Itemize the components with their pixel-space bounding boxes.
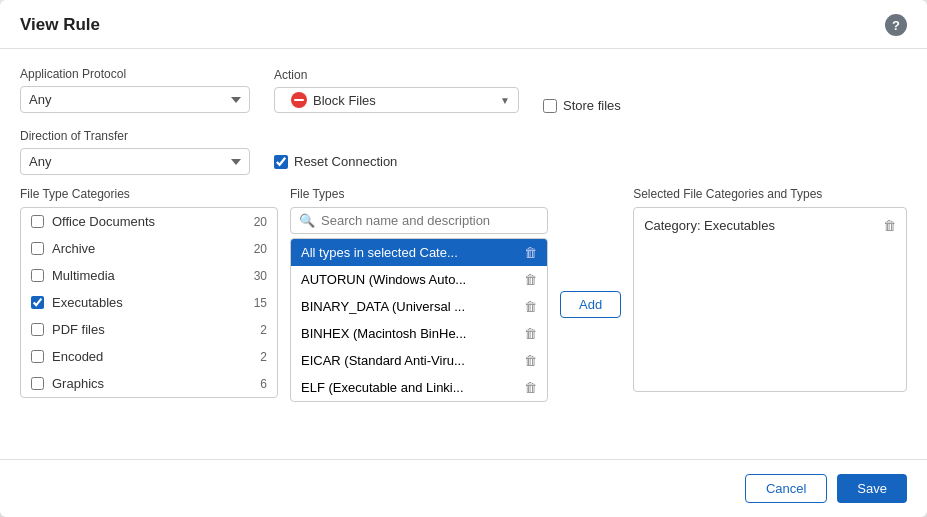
file-types-panel: File Types 🔍 All types in selected Cate.… bbox=[290, 187, 548, 402]
list-item[interactable]: PDF files 2 bbox=[21, 316, 277, 343]
category-name: Archive bbox=[52, 241, 246, 256]
modal-body: Application Protocol Any Action Block Fi… bbox=[0, 49, 927, 459]
trash-icon[interactable]: 🗑 bbox=[524, 380, 537, 395]
action-value: Block Files bbox=[313, 93, 494, 108]
category-count: 2 bbox=[260, 350, 267, 364]
category-checkbox[interactable] bbox=[31, 242, 44, 255]
list-item[interactable]: Multimedia 30 bbox=[21, 262, 277, 289]
cancel-button[interactable]: Cancel bbox=[745, 474, 827, 503]
modal-header: View Rule ? bbox=[0, 0, 927, 49]
list-item[interactable]: BINARY_DATA (Universal ... 🗑 bbox=[291, 293, 547, 320]
category-count: 6 bbox=[260, 377, 267, 391]
list-item[interactable]: EICAR (Standard Anti-Viru... 🗑 bbox=[291, 347, 547, 374]
view-rule-modal: View Rule ? Application Protocol Any Act… bbox=[0, 0, 927, 517]
filetype-name: AUTORUN (Windows Auto... bbox=[301, 272, 518, 287]
add-button-panel: Add bbox=[560, 187, 621, 402]
direction-group: Direction of Transfer Any bbox=[20, 129, 250, 175]
reset-connection-row: Reset Connection bbox=[274, 154, 397, 169]
action-label: Action bbox=[274, 68, 519, 82]
filetype-name: BINHEX (Macintosh BinHe... bbox=[301, 326, 518, 341]
reset-connection-checkbox[interactable] bbox=[274, 155, 288, 169]
block-icon bbox=[291, 92, 307, 108]
list-item[interactable]: AUTORUN (Windows Auto... 🗑 bbox=[291, 266, 547, 293]
direction-select[interactable]: Any bbox=[20, 148, 250, 175]
search-input[interactable] bbox=[321, 213, 539, 228]
filetype-name: All types in selected Cate... bbox=[301, 245, 518, 260]
search-icon: 🔍 bbox=[299, 213, 315, 228]
modal-footer: Cancel Save bbox=[0, 459, 927, 517]
panels-row: File Type Categories Office Documents 20… bbox=[20, 187, 907, 402]
category-checkbox[interactable] bbox=[31, 377, 44, 390]
list-item[interactable]: Office Documents 20 bbox=[21, 208, 277, 235]
form-row-2: Direction of Transfer Any Reset Connecti… bbox=[20, 129, 907, 175]
filetype-name: EICAR (Standard Anti-Viru... bbox=[301, 353, 518, 368]
save-button[interactable]: Save bbox=[837, 474, 907, 503]
category-checkbox[interactable] bbox=[31, 269, 44, 282]
direction-label: Direction of Transfer bbox=[20, 129, 250, 143]
category-name: Executables bbox=[52, 295, 246, 310]
category-name: Multimedia bbox=[52, 268, 246, 283]
selected-panel-label: Selected File Categories and Types bbox=[633, 187, 907, 201]
list-item[interactable]: BINHEX (Macintosh BinHe... 🗑 bbox=[291, 320, 547, 347]
category-count: 30 bbox=[254, 269, 267, 283]
category-name: Encoded bbox=[52, 349, 252, 364]
modal-title: View Rule bbox=[20, 15, 100, 35]
reset-connection-label: Reset Connection bbox=[294, 154, 397, 169]
category-name: Graphics bbox=[52, 376, 252, 391]
form-row-1: Application Protocol Any Action Block Fi… bbox=[20, 67, 907, 113]
action-group: Action Block Files ▼ bbox=[274, 68, 519, 113]
app-protocol-group: Application Protocol Any bbox=[20, 67, 250, 113]
trash-icon[interactable]: 🗑 bbox=[524, 245, 537, 260]
add-button[interactable]: Add bbox=[560, 291, 621, 318]
selected-list: Category: Executables 🗑 bbox=[633, 207, 907, 392]
store-files-checkbox[interactable] bbox=[543, 99, 557, 113]
file-types-label: File Types bbox=[290, 187, 548, 201]
list-item[interactable]: Graphics 6 bbox=[21, 370, 277, 397]
trash-icon[interactable]: 🗑 bbox=[524, 299, 537, 314]
file-categories-panel: File Type Categories Office Documents 20… bbox=[20, 187, 278, 402]
search-box: 🔍 bbox=[290, 207, 548, 234]
category-name: Office Documents bbox=[52, 214, 246, 229]
list-item[interactable]: Executables 15 bbox=[21, 289, 277, 316]
trash-icon[interactable]: 🗑 bbox=[883, 218, 896, 233]
store-files-row: Store files bbox=[543, 98, 621, 113]
store-files-label: Store files bbox=[563, 98, 621, 113]
trash-icon[interactable]: 🗑 bbox=[524, 353, 537, 368]
help-icon[interactable]: ? bbox=[885, 14, 907, 36]
chevron-down-icon: ▼ bbox=[500, 95, 510, 106]
action-control[interactable]: Block Files ▼ bbox=[274, 87, 519, 113]
selected-panel: Selected File Categories and Types Categ… bbox=[633, 187, 907, 402]
file-categories-label: File Type Categories bbox=[20, 187, 278, 201]
list-item[interactable]: Encoded 2 bbox=[21, 343, 277, 370]
reset-connection-group: Reset Connection bbox=[274, 154, 397, 175]
file-types-list: All types in selected Cate... 🗑 AUTORUN … bbox=[290, 238, 548, 402]
trash-icon[interactable]: 🗑 bbox=[524, 272, 537, 287]
category-name: PDF files bbox=[52, 322, 252, 337]
filetype-name: ELF (Executable and Linki... bbox=[301, 380, 518, 395]
category-count: 20 bbox=[254, 242, 267, 256]
file-categories-list: Office Documents 20 Archive 20 Multimedi… bbox=[20, 207, 278, 398]
right-options: Store files bbox=[543, 80, 621, 113]
list-item[interactable]: All types in selected Cate... 🗑 bbox=[291, 239, 547, 266]
category-count: 2 bbox=[260, 323, 267, 337]
app-protocol-label: Application Protocol bbox=[20, 67, 250, 81]
list-item[interactable]: ELF (Executable and Linki... 🗑 bbox=[291, 374, 547, 401]
trash-icon[interactable]: 🗑 bbox=[524, 326, 537, 341]
filetype-name: BINARY_DATA (Universal ... bbox=[301, 299, 518, 314]
category-checkbox[interactable] bbox=[31, 350, 44, 363]
category-count: 20 bbox=[254, 215, 267, 229]
selected-item: Category: Executables 🗑 bbox=[644, 216, 896, 235]
list-item[interactable]: Archive 20 bbox=[21, 235, 277, 262]
selected-item-name: Category: Executables bbox=[644, 218, 775, 233]
category-checkbox[interactable] bbox=[31, 296, 44, 309]
category-checkbox[interactable] bbox=[31, 215, 44, 228]
app-protocol-select[interactable]: Any bbox=[20, 86, 250, 113]
category-checkbox[interactable] bbox=[31, 323, 44, 336]
category-count: 15 bbox=[254, 296, 267, 310]
